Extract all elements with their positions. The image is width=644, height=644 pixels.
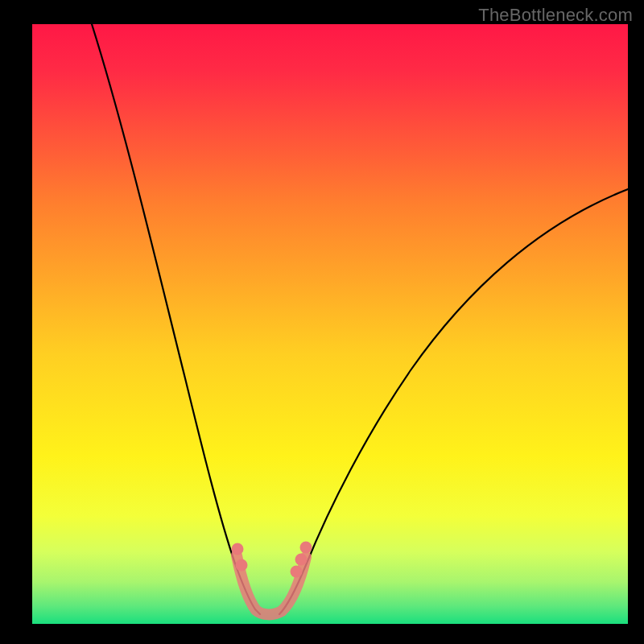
chart-svg	[32, 24, 628, 624]
chart-frame: { "watermark": "TheBottleneck.com", "col…	[0, 0, 644, 644]
marker-dot-right-3	[300, 542, 312, 554]
watermark-text: TheBottleneck.com	[478, 5, 633, 26]
marker-dot-right-2	[295, 554, 308, 566]
marker-dot-right-1	[291, 566, 303, 578]
plot-background	[32, 24, 628, 624]
marker-dot-left-1	[232, 543, 244, 555]
marker-dot-left-2	[236, 559, 248, 572]
